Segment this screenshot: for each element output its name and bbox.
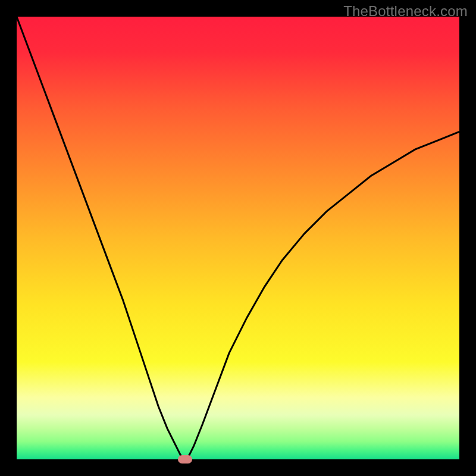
watermark-text: TheBottleneck.com <box>343 3 468 20</box>
curve-path <box>17 17 459 459</box>
minimum-marker <box>178 455 192 463</box>
bottleneck-curve <box>17 17 459 459</box>
plot-area <box>17 17 459 459</box>
chart-frame: TheBottleneck.com <box>0 0 476 476</box>
